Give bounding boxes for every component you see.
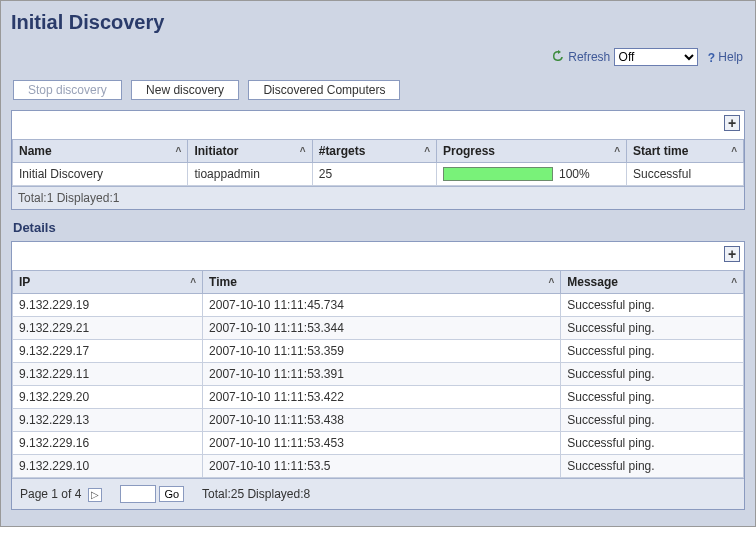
- pager-page-input[interactable]: [120, 485, 156, 503]
- pager-status: Total:25 Displayed:8: [202, 487, 310, 501]
- sort-caret-icon: ^: [190, 277, 196, 288]
- details-row[interactable]: 9.132.229.172007-10-10 11:11:53.359Succe…: [13, 340, 744, 363]
- cell-message: Successful ping.: [561, 409, 744, 432]
- sort-caret-icon: ^: [731, 146, 737, 157]
- stop-discovery-button[interactable]: Stop discovery: [13, 80, 122, 100]
- col-targets[interactable]: #targets^: [312, 140, 436, 163]
- cell-time: 2007-10-10 11:11:53.453: [203, 432, 561, 455]
- action-toolbar: Stop discovery New discovery Discovered …: [11, 72, 745, 110]
- help-icon: ?: [708, 51, 715, 65]
- refresh-select[interactable]: Off: [614, 48, 698, 66]
- details-heading: Details: [11, 210, 745, 241]
- cell-ip: 9.132.229.10: [13, 455, 203, 478]
- cell-ip: 9.132.229.13: [13, 409, 203, 432]
- refresh-link[interactable]: Refresh: [568, 50, 610, 64]
- pager: Page 1 of 4 ▷ Go Total:25 Displayed:8: [12, 478, 744, 509]
- cell-time: 2007-10-10 11:11:53.344: [203, 317, 561, 340]
- refresh-icon: [551, 49, 565, 66]
- col-start[interactable]: Start time^: [627, 140, 744, 163]
- sort-caret-icon: ^: [548, 277, 554, 288]
- col-start-label: Start time: [633, 144, 688, 158]
- cell-ip: 9.132.229.11: [13, 363, 203, 386]
- cell-progress: 100%: [436, 163, 626, 186]
- progress-text: 100%: [559, 167, 590, 181]
- details-row[interactable]: 9.132.229.202007-10-10 11:11:53.422Succe…: [13, 386, 744, 409]
- cell-time: 2007-10-10 11:11:53.438: [203, 409, 561, 432]
- cell-time: 2007-10-10 11:11:53.422: [203, 386, 561, 409]
- details-expand-button[interactable]: +: [724, 246, 740, 262]
- col-initiator[interactable]: Initiator^: [188, 140, 312, 163]
- details-row[interactable]: 9.132.229.192007-10-10 11:11:45.734Succe…: [13, 294, 744, 317]
- details-table: IP^ Time^ Message^ 9.132.229.192007-10-1…: [12, 270, 744, 478]
- cell-ip: 9.132.229.19: [13, 294, 203, 317]
- col-ip[interactable]: IP^: [13, 271, 203, 294]
- details-row[interactable]: 9.132.229.112007-10-10 11:11:53.391Succe…: [13, 363, 744, 386]
- cell-ip: 9.132.229.16: [13, 432, 203, 455]
- cell-start: Successful: [627, 163, 744, 186]
- sort-caret-icon: ^: [614, 146, 620, 157]
- col-name-label: Name: [19, 144, 52, 158]
- details-row[interactable]: 9.132.229.132007-10-10 11:11:53.438Succe…: [13, 409, 744, 432]
- col-progress[interactable]: Progress^: [436, 140, 626, 163]
- sort-caret-icon: ^: [300, 146, 306, 157]
- details-row[interactable]: 9.132.229.162007-10-10 11:11:53.453Succe…: [13, 432, 744, 455]
- sort-caret-icon: ^: [176, 146, 182, 157]
- col-time[interactable]: Time^: [203, 271, 561, 294]
- main-panel: Initial Discovery Refresh Off ? Help Sto…: [0, 0, 756, 527]
- col-message[interactable]: Message^: [561, 271, 744, 294]
- cell-message: Successful ping.: [561, 294, 744, 317]
- summary-table: Name^ Initiator^ #targets^ Progress^ Sta…: [12, 139, 744, 186]
- cell-message: Successful ping.: [561, 455, 744, 478]
- summary-status: Total:1 Displayed:1: [12, 186, 744, 209]
- col-initiator-label: Initiator: [194, 144, 238, 158]
- col-message-label: Message: [567, 275, 618, 289]
- cell-time: 2007-10-10 11:11:53.359: [203, 340, 561, 363]
- col-progress-label: Progress: [443, 144, 495, 158]
- pager-label: Page 1 of 4: [20, 487, 81, 501]
- pager-go-button[interactable]: Go: [159, 486, 184, 502]
- cell-time: 2007-10-10 11:11:53.391: [203, 363, 561, 386]
- cell-message: Successful ping.: [561, 317, 744, 340]
- cell-targets: 25: [312, 163, 436, 186]
- progress-bar: [443, 167, 553, 181]
- cell-initiator: tioappadmin: [188, 163, 312, 186]
- details-panel: + IP^ Time^ Message^ 9.132.229.192007-10…: [11, 241, 745, 510]
- col-time-label: Time: [209, 275, 237, 289]
- col-name[interactable]: Name^: [13, 140, 188, 163]
- cell-message: Successful ping.: [561, 363, 744, 386]
- help-link[interactable]: Help: [718, 50, 743, 64]
- summary-expand-button[interactable]: +: [724, 115, 740, 131]
- cell-time: 2007-10-10 11:11:53.5: [203, 455, 561, 478]
- cell-ip: 9.132.229.17: [13, 340, 203, 363]
- summary-panel: + Name^ Initiator^ #targets^ Progress^ S…: [11, 110, 745, 210]
- cell-ip: 9.132.229.20: [13, 386, 203, 409]
- sort-caret-icon: ^: [424, 146, 430, 157]
- page-title: Initial Discovery: [11, 7, 745, 42]
- cell-message: Successful ping.: [561, 432, 744, 455]
- cell-time: 2007-10-10 11:11:45.734: [203, 294, 561, 317]
- new-discovery-button[interactable]: New discovery: [131, 80, 239, 100]
- sort-caret-icon: ^: [731, 277, 737, 288]
- details-row[interactable]: 9.132.229.212007-10-10 11:11:53.344Succe…: [13, 317, 744, 340]
- progress-bar-fill: [444, 168, 552, 180]
- discovered-computers-button[interactable]: Discovered Computers: [248, 80, 400, 100]
- cell-message: Successful ping.: [561, 386, 744, 409]
- col-ip-label: IP: [19, 275, 30, 289]
- col-targets-label: #targets: [319, 144, 366, 158]
- details-row[interactable]: 9.132.229.102007-10-10 11:11:53.5Success…: [13, 455, 744, 478]
- page-next-button[interactable]: ▷: [88, 488, 102, 502]
- cell-message: Successful ping.: [561, 340, 744, 363]
- summary-row[interactable]: Initial Discovery tioappadmin 25 100% Su…: [13, 163, 744, 186]
- top-link-bar: Refresh Off ? Help: [11, 42, 745, 72]
- cell-name: Initial Discovery: [13, 163, 188, 186]
- cell-ip: 9.132.229.21: [13, 317, 203, 340]
